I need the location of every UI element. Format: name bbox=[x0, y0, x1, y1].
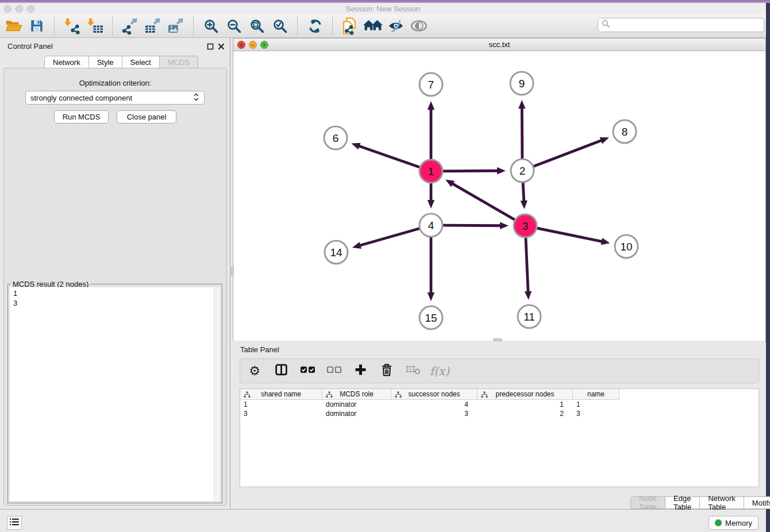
graph-edge-1-6[interactable] bbox=[359, 146, 420, 167]
tab-network-table[interactable]: Network Table bbox=[700, 496, 744, 509]
table-cell[interactable]: 3 bbox=[391, 409, 478, 418]
network-graph-canvas[interactable]: 1234678910111415 bbox=[233, 51, 765, 341]
graph-edge-4-14[interactable] bbox=[359, 229, 419, 246]
tab-node-table[interactable]: Node Table bbox=[630, 496, 665, 509]
node-table[interactable]: shared nameMCDS rolesuccessor nodesprede… bbox=[240, 388, 759, 487]
table-row[interactable]: 1dominator411 bbox=[240, 400, 619, 409]
open-folder-button[interactable] bbox=[2, 16, 25, 36]
import-network-button[interactable] bbox=[60, 16, 83, 36]
export-table-button[interactable] bbox=[141, 16, 164, 36]
home-button[interactable] bbox=[361, 16, 384, 36]
network-window-titlebar[interactable]: x – + scc.txt bbox=[233, 38, 765, 51]
tab-select[interactable]: Select bbox=[122, 56, 160, 68]
network-graph: 1234678910111415 bbox=[233, 51, 765, 341]
export-table-icon bbox=[145, 18, 161, 34]
tab-network[interactable]: Network bbox=[44, 56, 89, 68]
zoom-selected-button[interactable] bbox=[268, 16, 291, 36]
graph-edge-2-8[interactable] bbox=[534, 140, 602, 167]
splitpane-handle-horizontal[interactable] bbox=[493, 338, 502, 341]
save-button[interactable] bbox=[25, 16, 48, 36]
table-cell[interactable]: 1 bbox=[573, 400, 619, 409]
graph-edge-3-11[interactable] bbox=[526, 238, 528, 292]
eye-button[interactable] bbox=[407, 16, 430, 36]
optimization-criterion-label: Optimization criterion: bbox=[0, 79, 230, 87]
graph-edge-arrowhead bbox=[428, 101, 434, 110]
sort-icon[interactable] bbox=[395, 391, 402, 400]
function-icon: f(x) bbox=[430, 364, 449, 378]
close-panel-button[interactable]: Close panel bbox=[117, 110, 176, 124]
graph-edge-3-1[interactable] bbox=[452, 183, 514, 219]
hide-panels-button[interactable] bbox=[384, 16, 407, 36]
graph-edge-arrowhead bbox=[600, 137, 609, 144]
table-cell[interactable]: 3 bbox=[573, 409, 619, 418]
graph-edge-4-3[interactable] bbox=[443, 225, 501, 226]
graph-edge-3-10[interactable] bbox=[537, 228, 603, 241]
zoom-in-button[interactable] bbox=[199, 16, 222, 36]
graph-edge-1-2[interactable] bbox=[443, 171, 498, 171]
delete-button[interactable] bbox=[379, 364, 394, 379]
sort-icon[interactable] bbox=[326, 391, 333, 400]
select-all-button[interactable] bbox=[300, 364, 315, 379]
search-input[interactable] bbox=[613, 21, 760, 29]
deselect-all-button[interactable] bbox=[326, 364, 341, 379]
sort-icon[interactable] bbox=[481, 391, 488, 400]
table-cell[interactable]: dominator bbox=[322, 409, 391, 418]
graph-node-label: 1 bbox=[428, 165, 434, 178]
column-header-label: shared name bbox=[240, 390, 322, 398]
zoom-out-button[interactable] bbox=[222, 16, 245, 36]
column-header-name[interactable]: name bbox=[573, 389, 619, 399]
sort-icon[interactable] bbox=[244, 391, 251, 400]
close-panel-icon[interactable] bbox=[218, 42, 225, 52]
table-toolbar: ⚙f(x) bbox=[240, 358, 759, 383]
table-cell[interactable]: 4 bbox=[391, 400, 478, 409]
table-panel-tabs: Node TableEdge TableNetwork TableMotifs bbox=[630, 496, 770, 509]
criterion-dropdown[interactable]: strongly connected component bbox=[25, 91, 205, 105]
mcds-result-list[interactable]: 13 bbox=[10, 287, 214, 501]
export-image-button[interactable] bbox=[164, 16, 187, 36]
tab-edge-table[interactable]: Edge Table bbox=[665, 496, 700, 509]
graph-node-label: 15 bbox=[425, 312, 437, 324]
table-cell[interactable]: 1 bbox=[240, 400, 322, 409]
graph-edge-2-3[interactable] bbox=[523, 183, 524, 202]
column-header-shared-name[interactable]: shared name bbox=[240, 389, 322, 399]
add-button[interactable] bbox=[353, 364, 368, 379]
import-table-button[interactable] bbox=[83, 16, 106, 36]
tab-motifs[interactable]: Motifs bbox=[744, 496, 770, 509]
run-mcds-button[interactable]: Run MCDS bbox=[54, 110, 109, 124]
graph-edge-arrowhead bbox=[497, 167, 506, 174]
network-from-selection-button[interactable] bbox=[338, 16, 361, 36]
column-header-MCDS-role[interactable]: MCDS role bbox=[322, 389, 391, 399]
graph-node-label: 4 bbox=[428, 219, 434, 232]
tab-style[interactable]: Style bbox=[89, 56, 122, 68]
home-icon bbox=[363, 19, 383, 33]
graph-edge-arrowhead bbox=[428, 292, 434, 301]
table-cell[interactable]: 1 bbox=[478, 400, 573, 409]
column-header-successor-nodes[interactable]: successor nodes bbox=[391, 389, 478, 399]
graph-node-label: 11 bbox=[523, 311, 535, 323]
zoom-fit-button[interactable] bbox=[245, 16, 268, 36]
splitpane-handle-vertical[interactable] bbox=[231, 267, 234, 276]
graph-edge-2-9[interactable] bbox=[522, 107, 522, 159]
zoom-selected-icon bbox=[272, 18, 288, 34]
task-history-button[interactable] bbox=[7, 516, 22, 530]
mcds-result-scrollbar[interactable] bbox=[214, 287, 220, 501]
search-box[interactable] bbox=[598, 18, 764, 32]
table-cell[interactable]: 2 bbox=[478, 409, 573, 418]
table-row[interactable]: 3dominator323 bbox=[240, 409, 619, 418]
memory-button[interactable]: Memory bbox=[709, 516, 759, 530]
memory-status-icon bbox=[715, 519, 722, 526]
gear-button[interactable]: ⚙ bbox=[247, 364, 262, 379]
column-header-predecessor-nodes[interactable]: predecessor nodes bbox=[478, 389, 573, 399]
table-cell[interactable]: dominator bbox=[322, 400, 391, 409]
tab-mcds[interactable]: MCDS bbox=[160, 56, 198, 68]
table-cell[interactable]: 3 bbox=[240, 409, 322, 418]
split-columns-button[interactable] bbox=[274, 364, 288, 379]
column-header-label: name bbox=[573, 390, 619, 398]
toolbar-separator bbox=[332, 16, 333, 36]
gear-icon: ⚙ bbox=[249, 365, 260, 377]
refresh-button[interactable] bbox=[303, 16, 326, 36]
export-network-button[interactable] bbox=[118, 16, 141, 36]
import-table-icon bbox=[87, 18, 103, 34]
float-panel-icon[interactable] bbox=[207, 42, 214, 52]
mcds-result-line: 3 bbox=[13, 298, 214, 308]
